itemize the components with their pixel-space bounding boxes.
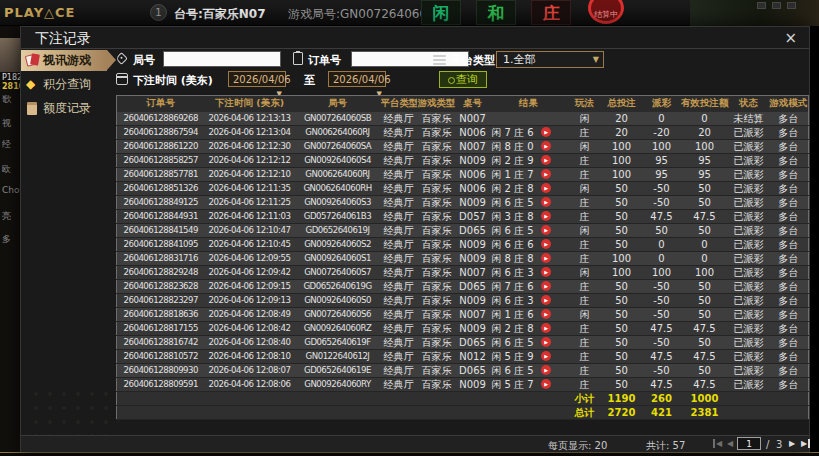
cell-game-type: 百家乐 [417,307,457,321]
menu-fragment: 欧 [2,163,11,176]
grand-count-label: 共计: 57 [646,439,685,453]
current-page-input[interactable]: 1 [737,437,761,450]
cell-valid-bet: 50 [681,307,729,321]
cell-platform-type: 经典厅 [381,195,417,209]
replay-button[interactable]: ▶ [541,309,551,319]
replay-button[interactable]: ▶ [541,337,551,347]
close-icon[interactable]: × [780,28,801,48]
cell-platform-type: 经典厅 [381,251,417,265]
cell-total-bet: 50 [601,307,643,321]
cell-bet-time: 2026-04-06 12:11:03 [205,209,295,223]
replay-button[interactable]: ▶ [541,281,551,291]
menu-fragment: Cho [2,185,20,195]
replay-button[interactable]: ▶ [541,295,551,305]
replay-button[interactable]: ▶ [541,225,551,235]
cell-game-mode: 多台 [769,223,809,237]
date-from-picker[interactable]: 2026/04/06 ▼ [228,71,286,87]
cell-play-type: 庄 [569,377,601,391]
cell-payout: -50 [643,363,681,377]
video-toolbar-icon[interactable] [757,2,766,9]
column-header: 桌号 [457,96,489,112]
cell-game-type: 百家乐 [417,335,457,349]
cell-order-number: 260406128857781 [117,167,205,181]
cell-status: 已派彩 [729,293,769,307]
column-header: 总投注 [601,96,643,112]
cell-platform-type: 经典厅 [381,335,417,349]
first-page-icon[interactable]: ◀ [713,439,722,448]
cell-play-type: 闲 [569,265,601,279]
cell-platform-type: 经典厅 [381,181,417,195]
replay-button[interactable]: ▶ [541,239,551,249]
cell-total-bet: 50 [601,195,643,209]
cell-game-mode: 多台 [769,349,809,363]
cell-play-type: 闲 [569,181,601,195]
cell-payout: -50 [643,279,681,293]
sidebar-item-video-games[interactable]: 视讯游戏 [21,50,107,71]
column-header: 有效投注额 [681,96,729,112]
cell-play-type: 庄 [569,237,601,251]
cell-status: 已派彩 [729,181,769,195]
replay-button[interactable]: ▶ [541,183,551,193]
table-row: 260406128818636 2026-04-06 12:08:49 GN00… [117,307,809,321]
cell-table-number: N006 [457,181,489,195]
prev-page-icon[interactable]: ◀ [727,439,733,448]
replay-button[interactable]: ▶ [541,155,551,165]
cell-table-number: D057 [457,209,489,223]
cell-valid-bet: 100 [681,265,729,279]
replay-button[interactable]: ▶ [541,379,551,389]
last-page-icon[interactable]: ▶ [801,439,810,448]
cell-game-mode: 多台 [769,363,809,377]
replay-button[interactable]: ▶ [541,351,551,361]
cell-game-mode: 多台 [769,125,809,139]
round-number-input[interactable] [163,51,281,67]
replay-button[interactable]: ▶ [541,127,551,137]
cell-game-mode: 多台 [769,139,809,153]
cell-payout: -50 [643,195,681,209]
replay-button[interactable]: ▶ [541,253,551,263]
sidebar-item-points-query[interactable]: ◆ 积分查询 [21,74,107,95]
table-row: 260406128841549 2026-04-06 12:10:47 GD06… [117,223,809,237]
cell-bet-time: 2026-04-06 12:09:42 [205,265,295,279]
replay-button[interactable]: ▶ [541,169,551,179]
column-header: 订单号 [117,96,205,112]
replay-button[interactable]: ▶ [541,197,551,207]
replay-button[interactable]: ▶ [541,141,551,151]
player-bet-tile[interactable]: 闲 [421,0,461,25]
video-toolbar-icon[interactable] [787,2,796,9]
cell-payout: 95 [643,167,681,181]
playace-logo: PLAY△CE [4,5,75,20]
cell-play-type: 闲 [569,223,601,237]
platform-type-select[interactable]: 1.全部 ▼ [496,51,604,68]
cell-platform-type: 经典厅 [381,363,417,377]
search-button[interactable]: 查询 [439,71,487,88]
replay-button[interactable]: ▶ [541,323,551,333]
cell-total-bet: 50 [601,223,643,237]
cell-order-number: 260406128809591 [117,377,205,391]
video-toolbar-icon[interactable] [772,2,781,9]
cell-result: 闲 3 庄 8 ▶ [489,209,569,223]
cell-platform-type: 经典厅 [381,293,417,307]
cell-round-number: GN007264060S6 [295,307,381,321]
replay-button[interactable]: ▶ [541,211,551,221]
replay-button[interactable]: ▶ [541,267,551,277]
cell-round-number: GN006264060RJ [295,167,381,181]
date-to-picker[interactable]: 2026/04/06 ▼ [328,71,386,87]
cell-play-type: 庄 [569,153,601,167]
cell-payout: 100 [643,265,681,279]
cell-round-number: GN006264060RH [295,181,381,195]
subtotal-row: 小计 1190 260 1000 [117,391,809,405]
replay-button[interactable]: ▶ [541,365,551,375]
cell-status: 已派彩 [729,209,769,223]
tie-bet-tile[interactable]: 和 [476,0,516,25]
lobby-bottom-edge [0,452,819,456]
cell-result: 闲 6 庄 3 ▶ [489,265,569,279]
cell-status: 未结算 [729,112,769,126]
cell-game-type: 百家乐 [417,112,457,126]
cell-game-mode: 多台 [769,181,809,195]
next-page-icon[interactable]: ▶ [789,439,795,448]
cell-result: 闲 8 庄 8 ▶ [489,251,569,265]
cell-valid-bet: 95 [681,153,729,167]
cell-valid-bet: 0 [681,237,729,251]
sidebar-item-quota-records[interactable]: 额度记录 [21,98,107,119]
banker-bet-tile[interactable]: 庄 [531,0,571,25]
